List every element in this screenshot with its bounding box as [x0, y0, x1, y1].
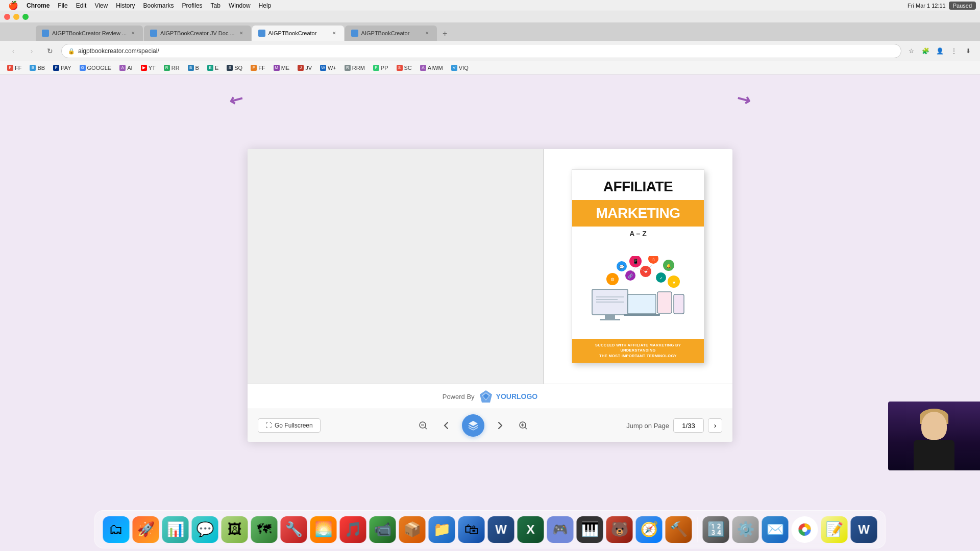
svg-rect-2 — [600, 319, 620, 320]
apple-menu[interactable]: 🍎 — [4, 0, 22, 11]
bookmark-ff[interactable]: F FF — [4, 64, 24, 72]
bookmark-google[interactable]: G GOOGLE — [77, 64, 115, 72]
menu-help[interactable]: Help — [255, 0, 276, 11]
menu-profiles[interactable]: Profiles — [178, 0, 207, 11]
back-button[interactable]: ‹ — [6, 44, 20, 58]
tab-1[interactable]: AIGPTBookCreator Review ... ✕ — [36, 26, 143, 41]
bookmark-star-icon[interactable]: ☆ — [905, 45, 917, 57]
dock-discord[interactable]: 🎮 — [547, 516, 574, 543]
address-bar[interactable]: 🔒 aigptbookcreator.com/special/ — [61, 44, 901, 58]
bm-label-wp: W+ — [328, 65, 336, 71]
layers-button[interactable] — [462, 414, 484, 437]
book-controls: ⛶ Go Fullscreen — [248, 409, 732, 442]
dock-preview[interactable]: 🖼 — [222, 516, 248, 543]
download-icon[interactable]: ⬇ — [963, 45, 974, 57]
menu-edit[interactable]: Edit — [72, 0, 91, 11]
dock-notes[interactable]: 📝 — [821, 516, 848, 543]
page-jump-control: Jump on Page › — [626, 418, 722, 433]
menu-window[interactable]: Window — [225, 0, 255, 11]
extensions-icon[interactable]: 🧩 — [920, 45, 931, 57]
dock-safari[interactable]: 🧭 — [636, 516, 663, 543]
next-page-button[interactable] — [492, 417, 508, 434]
page-jump-button[interactable]: › — [708, 418, 722, 433]
cover-subtitle: MARKETING — [579, 205, 697, 221]
dock-finder[interactable]: 🗂 — [103, 516, 130, 543]
svg-line-36 — [425, 427, 427, 429]
bookmark-ff2[interactable]: F FF — [248, 64, 268, 72]
new-tab-button[interactable]: + — [438, 27, 452, 41]
tab-close-4[interactable]: ✕ — [424, 30, 431, 37]
bm-label-rr: RR — [172, 65, 180, 71]
cover-illustration: 📱 ☆ 🔔 💬 ⚙ 🔗 ❤ — [572, 240, 704, 339]
maximize-button[interactable] — [22, 14, 29, 20]
prev-page-button[interactable] — [438, 417, 455, 434]
dock-bear[interactable]: 🐻 — [606, 516, 633, 543]
webcam-overlay — [888, 402, 980, 470]
menu-chrome[interactable]: Chrome — [22, 0, 54, 11]
dock-messages[interactable]: 💬 — [192, 516, 218, 543]
bookmark-viq[interactable]: V VIQ — [448, 64, 472, 72]
tab-2[interactable]: AIGPTBookCreator JV Doc ... ✕ — [144, 26, 251, 41]
tab-3[interactable]: AIGPTBookCreator ✕ — [252, 26, 344, 41]
bookmark-me[interactable]: M ME — [271, 64, 293, 72]
reload-button[interactable]: ↻ — [43, 44, 57, 58]
dock-music[interactable]: 🎵 — [340, 516, 366, 543]
paused-button[interactable]: Paused — [949, 2, 976, 10]
bookmark-aiwm[interactable]: A AIWM — [417, 64, 446, 72]
bookmark-ai[interactable]: A AI — [116, 64, 135, 72]
dock-piano[interactable]: 🎹 — [577, 516, 603, 543]
dock-folder[interactable]: 📁 — [429, 516, 455, 543]
dock-system-prefs[interactable]: ⚙️ — [732, 516, 759, 543]
tab-4[interactable]: AIGPTBookCreator ✕ — [345, 26, 437, 41]
dock-launchpad[interactable]: 🚀 — [133, 516, 159, 543]
dock-chrome[interactable] — [792, 516, 818, 543]
dock-facetime[interactable]: 📹 — [370, 516, 396, 543]
dock-archives[interactable]: 📦 — [399, 516, 426, 543]
bookmark-pp[interactable]: P PP — [370, 64, 391, 72]
dock-excel[interactable]: X — [518, 516, 544, 543]
minimize-button[interactable] — [13, 14, 19, 20]
fullscreen-button[interactable]: ⛶ Go Fullscreen — [258, 418, 321, 433]
menu-file[interactable]: File — [54, 0, 71, 11]
menu-view[interactable]: View — [90, 0, 112, 11]
tab-close-3[interactable]: ✕ — [331, 30, 338, 37]
bm-icon-me: M — [274, 65, 280, 71]
close-button[interactable] — [4, 14, 10, 20]
layers-icon — [468, 420, 479, 431]
more-options-icon[interactable]: ⋮ — [948, 45, 960, 57]
bookmark-pay[interactable]: P PAY — [50, 64, 74, 72]
menu-tab[interactable]: Tab — [207, 0, 225, 11]
bookmark-bb[interactable]: B BB — [27, 64, 48, 72]
url-text: aigptbookcreator.com/special/ — [78, 47, 895, 55]
zoom-in-button[interactable] — [515, 417, 531, 434]
bookmark-wp[interactable]: W W+ — [317, 64, 339, 72]
menu-bookmarks[interactable]: Bookmarks — [139, 0, 178, 11]
bookmark-yt[interactable]: ▶ YT — [138, 64, 159, 72]
dock-word[interactable]: W — [488, 516, 514, 543]
dock-divider — [697, 517, 698, 542]
bookmark-rrm[interactable]: R RRM — [341, 64, 368, 72]
dock-maps[interactable]: 🗺 — [251, 516, 278, 543]
dock-activity-monitor[interactable]: 📊 — [162, 516, 189, 543]
dock-filezilla[interactable]: 🔧 — [281, 516, 307, 543]
bookmark-sq[interactable]: S SQ — [224, 64, 246, 72]
dock-word2[interactable]: W — [851, 516, 877, 543]
page-input-field[interactable] — [673, 418, 704, 433]
bookmark-jv[interactable]: J JV — [295, 64, 315, 72]
book-footer: Powerd By YOURLOGO — [248, 384, 732, 409]
tab-close-1[interactable]: ✕ — [130, 30, 137, 37]
bookmark-e[interactable]: E E — [204, 64, 222, 72]
profile-icon[interactable]: 👤 — [934, 45, 945, 57]
dock-photos[interactable]: 🌅 — [310, 516, 337, 543]
dock-appstore[interactable]: 🛍 — [458, 516, 485, 543]
menu-history[interactable]: History — [112, 0, 139, 11]
dock-mail[interactable]: ✉️ — [762, 516, 789, 543]
zoom-out-button[interactable] — [415, 417, 431, 434]
forward-button[interactable]: › — [24, 44, 39, 58]
tab-close-2[interactable]: ✕ — [238, 30, 245, 37]
dock-toolbox[interactable]: 🔨 — [666, 516, 692, 543]
bookmark-sc[interactable]: S SC — [394, 64, 415, 72]
bookmark-rr[interactable]: R RR — [161, 64, 183, 72]
bookmark-b[interactable]: B B — [185, 64, 202, 72]
dock-calculator[interactable]: 🔢 — [703, 516, 729, 543]
